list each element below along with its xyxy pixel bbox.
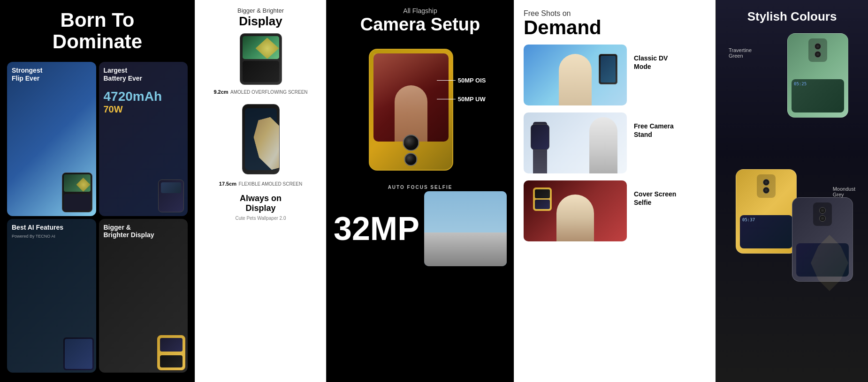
- camera-phone-display: 50MP OIS 50MP UW: [355, 39, 486, 180]
- green-lens-1: [815, 43, 821, 50]
- yellow-camera-bump: [757, 174, 776, 198]
- screen1-size-group: 9.2cm AMOLED OVERFLOWING SCREEN: [213, 87, 307, 96]
- panel-free-shots: Free Shots on Demand Classic DVMode Free…: [514, 0, 716, 382]
- cell-strongest-flip: StrongestFlip Ever: [7, 62, 96, 216]
- phone-travertine-green: 05:25: [787, 33, 848, 118]
- feature-name-classic-dv: Classic DVMode: [634, 54, 668, 71]
- main-lens: [403, 135, 419, 151]
- green-screen-time: 05:25: [792, 79, 844, 89]
- display-screen-top: [160, 338, 183, 352]
- dark-lens-1: [819, 207, 826, 214]
- battery-screen: [161, 182, 181, 194]
- battery-info: 4720mAh 70W: [104, 87, 183, 115]
- selfie-image: [424, 191, 507, 266]
- flip-bottom: [535, 200, 550, 209]
- cell-ai-title: Best AI Features: [12, 224, 91, 232]
- phone-yellow-gold: 05:37: [736, 169, 797, 254]
- dark-lens-2: [819, 215, 826, 222]
- cell-bigger-display: Bigger &Brighter Display: [99, 219, 188, 373]
- person-in-screen: [395, 85, 427, 142]
- camera-phone-body: [369, 49, 453, 171]
- panel3-header-big: Camera Setup: [360, 15, 480, 35]
- folded-bottom-screen: [243, 61, 279, 82]
- panel5-header-big: Stylish Colours: [747, 9, 837, 24]
- screen1-size: 9.2cm: [213, 89, 228, 95]
- charging-watt: 70W: [104, 104, 183, 115]
- phone-screen-dv: [601, 56, 616, 82]
- moondust-label-text: MoondustGrey: [833, 186, 855, 197]
- cell-largest-battery: LargestBattery Ever 4720mAh 70W: [99, 62, 188, 216]
- feature-camera-stand: Free CameraStand: [524, 112, 706, 173]
- ground-bg: [424, 232, 507, 266]
- panel-camera-setup: All Flagship Camera Setup 50MP OIS 50MP …: [326, 0, 514, 382]
- panel-bigger-display: Bigger & Brighter Display 9.2cm AMOLED O…: [195, 0, 326, 382]
- person-selfie: [556, 195, 594, 241]
- feature-img-camera-stand: [524, 112, 627, 173]
- screen2-size: 17.5cm: [219, 181, 236, 187]
- travertine-label-text: TravertineGreen: [729, 47, 752, 59]
- label-line-ois: [437, 80, 456, 81]
- cute-pets-label: Cute Pets Wallpaper 2.0: [235, 216, 286, 221]
- dark-camera-bump: [813, 202, 832, 226]
- yellow-lens-2: [763, 187, 769, 194]
- flip-top-cover: [535, 189, 550, 198]
- flower-deco: [76, 178, 91, 192]
- green-lens-2: [815, 51, 821, 58]
- feature-name-cover-selfie: Cover ScreenSelfie: [634, 190, 676, 207]
- mounted-phone: [531, 124, 549, 150]
- cell-best-ai: Best AI Features Powered By TECNO AI: [7, 219, 96, 373]
- feature-img-cover-selfie: [524, 180, 627, 241]
- travertine-label: TravertineGreen: [729, 47, 752, 59]
- phone-tall-image: [242, 104, 280, 174]
- feature-name-camera-stand: Free CameraStand: [634, 122, 674, 139]
- green-camera-bump: [808, 38, 827, 62]
- display-phone-image: [157, 335, 185, 370]
- screen1-label: AMOLED OVERFLOWING SCREEN: [230, 90, 307, 95]
- phone-top-screen: [64, 174, 91, 192]
- camera-label-ois: 50MP OIS: [437, 77, 486, 84]
- selfie-display: 32MP: [334, 191, 507, 266]
- ai-phone-image: [63, 337, 94, 370]
- flip-phone-selfie: [533, 187, 552, 211]
- cell-largest-battery-title: LargestBattery Ever: [104, 67, 183, 82]
- green-phone-screen: 05:25: [792, 79, 844, 112]
- auto-focus-label: AUTO FOCUS SELFIE: [334, 185, 507, 190]
- feature-grid: StrongestFlip Ever LargestBattery Ever 4…: [7, 62, 188, 373]
- battery-phone-image: [158, 180, 184, 212]
- phone-tall-section: 17.5cm FLEXIBLE AMOLED SCREEN: [219, 99, 302, 187]
- ai-screen: [65, 339, 92, 369]
- panel2-header-small: Bigger & Brighter: [237, 7, 284, 14]
- selfie-section: AUTO FOCUS SELFIE 32MP: [331, 185, 509, 266]
- cell-ai-subtitle: Powered By TECNO AI: [12, 234, 91, 239]
- camera-label-uw: 50MP UW: [437, 96, 486, 103]
- panel1-title: Born ToDominate: [53, 9, 142, 52]
- phone-held-dv: [599, 54, 617, 84]
- panel-stylish-colours: Stylish Colours TravertineGreen 05:25 05…: [716, 0, 868, 382]
- battery-capacity: 4720mAh: [104, 89, 183, 104]
- sky-bg: [424, 191, 507, 236]
- ois-label-text: 50MP OIS: [458, 77, 486, 84]
- cell-strongest-flip-title: StrongestFlip Ever: [12, 67, 91, 82]
- panel-born-to-dominate: Born ToDominate StrongestFlip Ever Large…: [0, 0, 195, 382]
- selfie-mp: 32MP: [334, 214, 419, 244]
- moondust-label: MoondustGrey: [833, 186, 855, 197]
- uw-lens: [404, 153, 418, 166]
- phone-bottom: [64, 194, 91, 210]
- camera-stand-pole: [533, 122, 547, 173]
- feature-text-classic-dv: Classic DVMode: [634, 45, 668, 71]
- camera-lenses: [403, 135, 419, 166]
- woman-stand: [589, 117, 617, 173]
- phone-folded-section: 9.2cm AMOLED OVERFLOWING SCREEN: [213, 33, 307, 96]
- panel2-header-big: Display: [239, 14, 282, 29]
- woman-dv: [559, 54, 592, 105]
- flower-top: [256, 38, 279, 59]
- feature-text-cover-selfie: Cover ScreenSelfie: [634, 180, 676, 207]
- screen2-size-group: 17.5cm FLEXIBLE AMOLED SCREEN: [219, 179, 302, 187]
- feature-cover-selfie: Cover ScreenSelfie: [524, 180, 706, 241]
- camera-spec-labels: 50MP OIS 50MP UW: [437, 77, 486, 103]
- display-screen-bottom: [160, 355, 183, 367]
- label-line-uw: [437, 99, 456, 99]
- flip-phone-image: [62, 172, 92, 212]
- panel3-header-small: All Flagship: [403, 7, 437, 15]
- phone-folded-image: [240, 33, 282, 85]
